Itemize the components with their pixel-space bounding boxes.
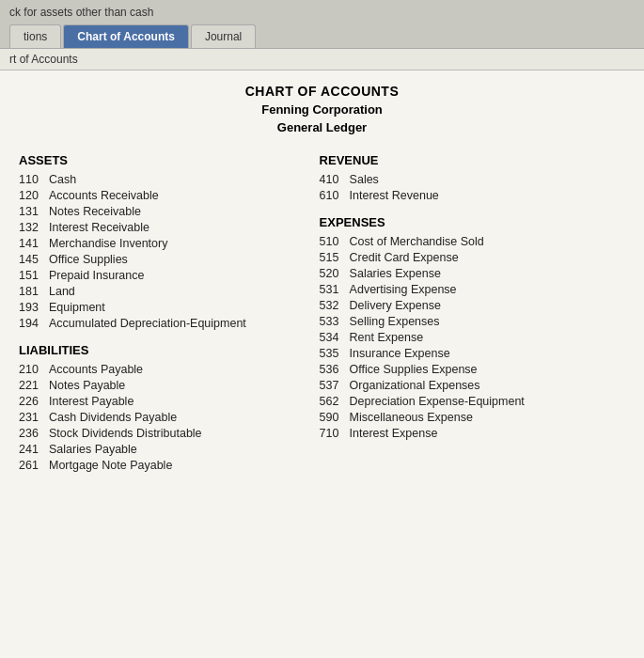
account-item: 534Rent Expense [320, 331, 625, 344]
content-area: CHART OF ACCOUNTS Fenning Corporation Ge… [0, 70, 644, 658]
account-name: Interest Revenue [350, 189, 439, 202]
account-number: 532 [320, 299, 350, 312]
account-name: Land [49, 285, 75, 298]
account-number: 226 [19, 395, 49, 408]
left-column: ASSETS 110Cash120Accounts Receivable131N… [19, 149, 310, 475]
account-name: Salaries Payable [49, 443, 137, 456]
account-name: Salaries Expense [350, 267, 441, 280]
account-item: 151Prepaid Insurance [19, 269, 301, 282]
account-number: 520 [320, 267, 350, 280]
account-number: 410 [320, 173, 350, 186]
liabilities-list: 210Accounts Payable221Notes Payable226In… [19, 363, 301, 472]
account-item: 236Stock Dividends Distributable [19, 427, 301, 440]
account-name: Mortgage Note Payable [49, 459, 172, 472]
tab-chart-of-accounts[interactable]: Chart of Accounts [63, 24, 189, 48]
account-name: Sales [350, 173, 379, 186]
account-number: 131 [19, 205, 49, 218]
account-number: 562 [320, 395, 350, 408]
expenses-header: EXPENSES [320, 215, 625, 229]
breadcrumb-text: rt of Accounts [9, 53, 78, 66]
account-item: 145Office Supplies [19, 253, 301, 266]
chart-subheading: General Ledger [19, 120, 625, 134]
account-name: Miscellaneous Expense [350, 411, 473, 424]
account-name: Credit Card Expense [350, 251, 459, 264]
account-number: 537 [320, 379, 350, 392]
account-name: Advertising Expense [350, 283, 457, 296]
account-name: Interest Expense [350, 427, 438, 440]
account-number: 261 [19, 459, 49, 472]
account-item: 221Notes Payable [19, 379, 301, 392]
account-item: 226Interest Payable [19, 395, 301, 408]
account-name: Office Supplies [49, 253, 128, 266]
account-name: Cost of Merchandise Sold [350, 235, 484, 248]
account-item: 181Land [19, 285, 301, 298]
account-number: 194 [19, 317, 49, 330]
account-item: 515Credit Card Expense [320, 251, 625, 264]
account-name: Depreciation Expense-Equipment [350, 395, 525, 408]
account-item: 110Cash [19, 173, 301, 186]
account-item: 610Interest Revenue [320, 189, 625, 202]
account-item: 535Insurance Expense [320, 347, 625, 360]
account-name: Accumulated Depreciation-Equipment [49, 317, 246, 330]
account-number: 536 [320, 363, 350, 376]
account-item: 531Advertising Expense [320, 283, 625, 296]
account-item: 590Miscellaneous Expense [320, 411, 625, 424]
chart-title: CHART OF ACCOUNTS [19, 84, 625, 99]
account-number: 531 [320, 283, 350, 296]
account-item: 231Cash Dividends Payable [19, 411, 301, 424]
account-number: 141 [19, 237, 49, 250]
top-bar: ck for assets other than cash tions Char… [0, 0, 644, 49]
account-item: 193Equipment [19, 301, 301, 314]
account-name: Prepaid Insurance [49, 269, 144, 282]
account-name: Accounts Receivable [49, 189, 159, 202]
account-item: 241Salaries Payable [19, 443, 301, 456]
assets-header: ASSETS [19, 153, 301, 167]
account-number: 710 [320, 427, 350, 440]
account-item: 132Interest Receivable [19, 221, 301, 234]
account-name: Cash Dividends Payable [49, 411, 177, 424]
account-name: Rent Expense [350, 331, 424, 344]
account-name: Equipment [49, 301, 105, 314]
revenue-header: REVENUE [320, 153, 625, 167]
account-name: Stock Dividends Distributable [49, 427, 202, 440]
breadcrumb: rt of Accounts [0, 49, 644, 70]
account-number: 241 [19, 443, 49, 456]
account-name: Notes Payable [49, 379, 125, 392]
account-item: 536Office Supplies Expense [320, 363, 625, 376]
assets-list: 110Cash120Accounts Receivable131Notes Re… [19, 173, 301, 330]
account-name: Insurance Expense [350, 347, 450, 360]
account-item: 120Accounts Receivable [19, 189, 301, 202]
account-item: 210Accounts Payable [19, 363, 301, 376]
tab-transactions[interactable]: tions [9, 24, 61, 48]
tab-journal[interactable]: Journal [191, 24, 256, 48]
account-name: Notes Receivable [49, 205, 141, 218]
account-name: Organizational Expenses [350, 379, 480, 392]
account-number: 193 [19, 301, 49, 314]
top-instruction: ck for assets other than cash [9, 6, 635, 19]
tabs-container: tions Chart of Accounts Journal [9, 24, 635, 48]
account-item: 562Depreciation Expense-Equipment [320, 395, 625, 408]
account-item: 261Mortgage Note Payable [19, 459, 301, 472]
account-item: 710Interest Expense [320, 427, 625, 440]
account-number: 515 [320, 251, 350, 264]
account-number: 534 [320, 331, 350, 344]
account-number: 132 [19, 221, 49, 234]
account-number: 145 [19, 253, 49, 266]
account-name: Interest Receivable [49, 221, 149, 234]
account-number: 181 [19, 285, 49, 298]
account-name: Selling Expenses [350, 315, 440, 328]
account-name: Accounts Payable [49, 363, 143, 376]
account-name: Delivery Expense [350, 299, 441, 312]
account-item: 537Organizational Expenses [320, 379, 625, 392]
account-number: 221 [19, 379, 49, 392]
account-number: 610 [320, 189, 350, 202]
revenue-list: 410Sales610Interest Revenue [320, 173, 625, 202]
expenses-list: 510Cost of Merchandise Sold515Credit Car… [320, 235, 625, 440]
account-name: Office Supplies Expense [350, 363, 478, 376]
liabilities-header: LIABILITIES [19, 343, 301, 357]
account-item: 410Sales [320, 173, 625, 186]
chart-subtitle: Fenning Corporation [19, 102, 625, 117]
two-column-layout: ASSETS 110Cash120Accounts Receivable131N… [19, 149, 625, 475]
account-number: 210 [19, 363, 49, 376]
liabilities-section: LIABILITIES 210Accounts Payable221Notes … [19, 343, 301, 472]
